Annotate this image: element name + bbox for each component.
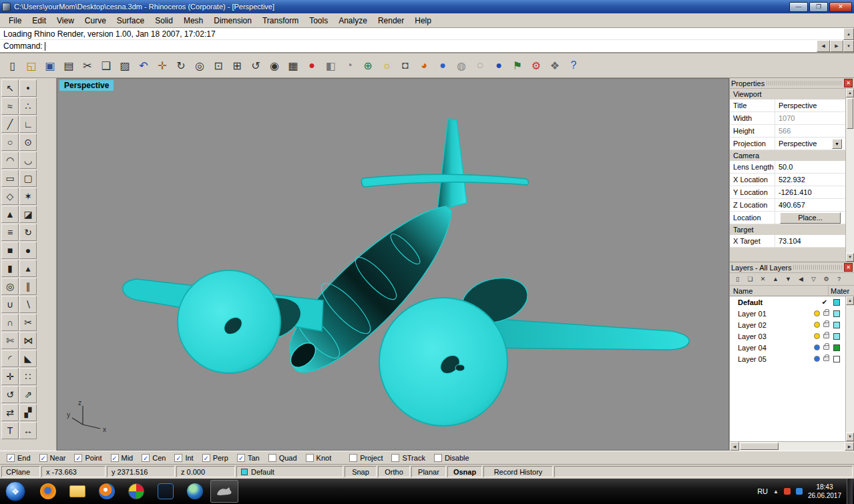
scale-tool-icon[interactable]: ⇗ — [19, 386, 37, 403]
trim-tool-icon[interactable]: ✂ — [19, 314, 37, 331]
options-gear-icon[interactable]: ⚙ — [527, 57, 545, 74]
undo-view-icon[interactable]: ↺ — [247, 57, 264, 74]
osnap-tan[interactable]: ✓Tan — [237, 454, 260, 462]
scroll-up-icon[interactable]: ▲ — [846, 296, 854, 305]
layer-row-02[interactable]: Layer 02 — [730, 319, 845, 330]
layer-visibility-bulb-icon[interactable] — [814, 344, 820, 350]
scroll-left-icon[interactable]: ◀ — [730, 442, 739, 451]
current-layer-indicator[interactable]: Default — [236, 466, 343, 477]
title-bar[interactable]: C:\Users\yourMom\Desktop\cesna.3dm - Rhi… — [0, 0, 854, 13]
taskbar-photo-editor[interactable] — [152, 480, 180, 503]
scroll-right-icon[interactable]: ▶ — [845, 442, 854, 451]
osnap-disable[interactable]: Disable — [434, 454, 469, 462]
join-tool-icon[interactable]: ⋈ — [19, 332, 37, 349]
show-desktop-button[interactable] — [847, 479, 853, 504]
layers-close-icon[interactable]: ✕ — [844, 263, 853, 272]
command-scroll-right-icon[interactable]: ▶ — [830, 40, 843, 52]
menu-render[interactable]: Render — [373, 14, 409, 27]
layers-help-icon[interactable]: ? — [834, 274, 844, 284]
chamfer-tool-icon[interactable]: ◣ — [19, 350, 37, 367]
layer-lock-icon[interactable] — [823, 311, 829, 316]
layer-color-swatch[interactable] — [833, 356, 840, 362]
chevron-down-icon[interactable]: ▼ — [832, 139, 842, 149]
menu-help[interactable]: Help — [409, 14, 437, 27]
menu-view[interactable]: View — [51, 14, 79, 27]
menu-surface[interactable]: Surface — [112, 14, 150, 27]
lamp-icon[interactable]: ◍ — [453, 57, 470, 74]
properties-scrollbar[interactable]: ▲ ▼ — [845, 89, 854, 262]
zoom-window-icon[interactable]: ⊡ — [210, 57, 227, 74]
render-icon[interactable]: ◕ — [415, 57, 433, 74]
current-layer-check-icon[interactable]: ✔ — [816, 298, 833, 306]
minimize-button[interactable]: — — [789, 2, 808, 12]
osnap-strack[interactable]: STrack — [391, 454, 425, 462]
collapse-layers-icon[interactable]: ◀ — [796, 274, 806, 284]
osnap-knot[interactable]: Knot — [306, 454, 332, 462]
viewport-title[interactable]: Perspective — [59, 80, 114, 91]
new-file-icon[interactable]: ▯ — [4, 57, 21, 74]
properties-close-icon[interactable]: ✕ — [844, 79, 853, 87]
copy-icon[interactable]: ❑ — [97, 57, 115, 74]
scrollbar-thumb[interactable] — [740, 443, 779, 450]
planar-toggle[interactable]: Planar — [411, 466, 446, 477]
text-tool-icon[interactable]: T — [1, 422, 19, 439]
command-scroll-left-icon[interactable]: ◀ — [817, 40, 830, 52]
taskbar-paint[interactable] — [122, 480, 150, 503]
checkbox[interactable] — [391, 454, 399, 462]
record-history-toggle[interactable]: Record History — [483, 466, 553, 477]
control-point-curve-tool-icon[interactable]: ∴ — [19, 97, 37, 115]
properties-header[interactable]: Properties ✕ — [730, 78, 854, 89]
menu-edit[interactable]: Edit — [27, 14, 51, 27]
layer-color-swatch[interactable] — [833, 299, 840, 306]
checkbox[interactable]: ✓ — [111, 454, 119, 462]
menu-dimension[interactable]: Dimension — [208, 14, 257, 27]
checkbox[interactable]: ✓ — [7, 454, 15, 462]
cylinder-tool-icon[interactable]: ▮ — [1, 260, 19, 277]
tray-app-icon-red[interactable] — [784, 488, 791, 495]
layer-name[interactable]: Layer 01 — [738, 310, 814, 318]
split-tool-icon[interactable]: ✄ — [1, 332, 19, 349]
tray-app-icon-blue[interactable] — [796, 488, 803, 495]
checkbox[interactable] — [349, 454, 357, 462]
layer-row-01[interactable]: Layer 01 — [730, 308, 845, 319]
osnap-toggle-icon[interactable]: ⊕ — [359, 57, 377, 74]
boolean-union-tool-icon[interactable]: ∪ — [1, 296, 19, 313]
layer-row-default[interactable]: Default ✔ — [730, 296, 845, 308]
cplane-indicator[interactable]: CPlane — [1, 466, 40, 477]
layer-name[interactable]: Layer 04 — [738, 344, 814, 352]
layers-scrollbar[interactable]: ▲ ▼ — [845, 296, 854, 441]
rectangle-tool-icon[interactable]: ▭ — [1, 170, 19, 187]
taskbar-rhinoceros[interactable] — [210, 480, 238, 503]
layer-color-swatch[interactable] — [833, 333, 840, 340]
taskbar-web-globe[interactable] — [181, 480, 209, 503]
layer-filter-icon[interactable]: ▽ — [809, 274, 819, 284]
prop-value[interactable]: Perspective — [775, 99, 845, 111]
pipe-tool-icon[interactable]: ∥ — [19, 278, 37, 295]
open-file-icon[interactable]: ◱ — [23, 57, 40, 74]
checkbox[interactable]: ✓ — [237, 454, 245, 462]
taskbar-firefox[interactable] — [34, 480, 62, 503]
hidden-icons-arrow[interactable]: ▲ — [773, 489, 779, 495]
menu-mesh[interactable]: Mesh — [178, 14, 208, 27]
menu-solid[interactable]: Solid — [150, 14, 178, 27]
layer-color-swatch[interactable] — [833, 310, 840, 317]
osnap-quad[interactable]: Quad — [268, 454, 297, 462]
rotate-tool-icon[interactable]: ↺ — [1, 386, 19, 403]
revolve-tool-icon[interactable]: ↻ — [19, 224, 37, 241]
prop-value[interactable]: 490.657 — [775, 199, 845, 211]
menu-analyze[interactable]: Analyze — [333, 14, 373, 27]
layer-lock-icon[interactable] — [823, 322, 829, 327]
paste-icon[interactable]: ▨ — [116, 57, 134, 74]
ortho-toggle[interactable]: Ortho — [378, 466, 410, 477]
move-layer-down-icon[interactable]: ▼ — [783, 274, 793, 284]
command-scroll-up-icon[interactable]: ▲ — [843, 28, 854, 40]
ellipse-tool-icon[interactable]: ⊙ — [19, 134, 37, 151]
arc-3pt-tool-icon[interactable]: ◡ — [19, 152, 37, 169]
layer-visibility-bulb-icon[interactable] — [814, 322, 820, 328]
osnap-project[interactable]: Project — [349, 454, 383, 462]
osnap-perp[interactable]: ✓Perp — [202, 454, 228, 462]
checkbox[interactable]: ✓ — [202, 454, 210, 462]
scroll-down-icon[interactable]: ▼ — [846, 433, 854, 441]
layer-visibility-bulb-icon[interactable] — [814, 356, 820, 362]
layer-name[interactable]: Default — [738, 298, 816, 306]
